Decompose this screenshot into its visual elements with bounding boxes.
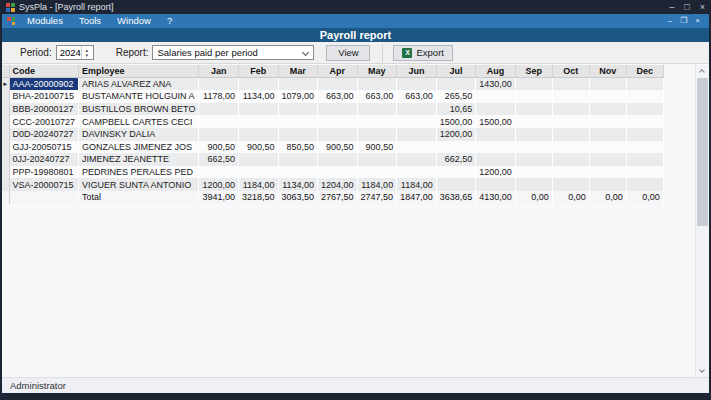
cell-month-value[interactable]: 1500,00 (476, 115, 516, 128)
maximize-icon[interactable]: □ (684, 0, 689, 14)
table-row[interactable]: CCC-20010727CAMPBELL CARTES CECI1500,001… (2, 115, 663, 128)
cell-month-value[interactable]: 663,00 (318, 90, 358, 103)
cell-code[interactable]: D0D-20240727 (9, 128, 79, 141)
cell-month-value[interactable] (357, 128, 397, 141)
row-selector[interactable] (2, 166, 9, 179)
cell-month-value[interactable]: 1204,00 (318, 178, 358, 191)
menu-tools[interactable]: Tools (71, 14, 109, 28)
cell-month-value[interactable] (436, 178, 476, 191)
cell-month-value[interactable] (552, 115, 589, 128)
cell-month-value[interactable] (357, 153, 397, 166)
cell-month-value[interactable] (436, 78, 476, 91)
cell-code[interactable]: 0JJ-20240727 (9, 153, 79, 166)
cell-code[interactable]: PPP-19980801 (9, 166, 79, 179)
column-header-jul[interactable]: Jul (436, 65, 476, 78)
cell-month-value[interactable] (397, 128, 437, 141)
cell-month-value[interactable] (476, 128, 516, 141)
cell-code[interactable]: CCC-20010727 (9, 115, 79, 128)
cell-month-value[interactable] (238, 128, 278, 141)
menu-help[interactable]: ? (159, 14, 180, 28)
cell-month-value[interactable] (278, 128, 318, 141)
child-restore-icon[interactable]: ❐ (680, 14, 687, 28)
cell-month-value[interactable] (476, 178, 516, 191)
cell-month-value[interactable] (515, 128, 552, 141)
row-selector[interactable] (2, 90, 9, 103)
cell-month-value[interactable]: 900,50 (199, 141, 239, 154)
cell-month-value[interactable] (318, 78, 358, 91)
column-header-code[interactable]: Code (9, 65, 79, 78)
cell-month-value[interactable]: 663,00 (357, 90, 397, 103)
cell-month-value[interactable] (199, 166, 239, 179)
cell-month-value[interactable] (552, 103, 589, 116)
export-button[interactable]: X Export (393, 45, 452, 61)
table-row[interactable]: D0D-20240727DAVINSKY DALIA1200,00 (2, 128, 663, 141)
period-stepper[interactable]: ▴▾ (56, 45, 94, 60)
cell-code[interactable]: VSA-20000715 (9, 178, 79, 191)
table-row[interactable]: ▸AAA-20000902ARIAS ALVAREZ ANA1430,00 (2, 78, 663, 91)
cell-month-value[interactable] (626, 103, 663, 116)
cell-month-value[interactable]: 1184,00 (397, 178, 437, 191)
table-row[interactable]: VSA-20000715VIGUER SUNTA ANTONIO1200,001… (2, 178, 663, 191)
cell-month-value[interactable] (552, 166, 589, 179)
cell-month-value[interactable] (436, 141, 476, 154)
cell-month-value[interactable]: 1500,00 (436, 115, 476, 128)
cell-month-value[interactable] (397, 166, 437, 179)
cell-month-value[interactable] (397, 78, 437, 91)
cell-month-value[interactable] (552, 178, 589, 191)
cell-month-value[interactable] (357, 103, 397, 116)
cell-month-value[interactable]: 1184,00 (238, 178, 278, 191)
cell-month-value[interactable] (552, 153, 589, 166)
cell-month-value[interactable] (238, 166, 278, 179)
cell-month-value[interactable]: 1079,00 (278, 90, 318, 103)
cell-month-value[interactable]: 1178,00 (199, 90, 239, 103)
vertical-scrollbar[interactable] (695, 65, 708, 377)
child-window-icon[interactable] (7, 17, 15, 25)
cell-month-value[interactable] (626, 166, 663, 179)
scrollbar-thumb[interactable] (697, 78, 708, 226)
cell-month-value[interactable] (515, 115, 552, 128)
cell-month-value[interactable] (515, 141, 552, 154)
cell-month-value[interactable] (476, 90, 516, 103)
cell-month-value[interactable] (238, 153, 278, 166)
cell-month-value[interactable] (552, 78, 589, 91)
cell-code[interactable]: GJJ-20050715 (9, 141, 79, 154)
cell-month-value[interactable] (626, 90, 663, 103)
table-row[interactable]: BBB-20000127BUSTILLOS BROWN BETO10,65 (2, 103, 663, 116)
cell-month-value[interactable] (515, 153, 552, 166)
table-row[interactable]: 0JJ-20240727JIMENEZ JEANETTE662,50662,50 (2, 153, 663, 166)
cell-month-value[interactable]: 265,50 (436, 90, 476, 103)
cell-month-value[interactable] (278, 78, 318, 91)
report-select[interactable]: Salaries paid per period (152, 45, 314, 60)
cell-month-value[interactable] (318, 103, 358, 116)
cell-month-value[interactable] (515, 78, 552, 91)
row-selector[interactable] (2, 178, 9, 191)
cell-month-value[interactable]: 900,50 (357, 141, 397, 154)
cell-month-value[interactable] (357, 115, 397, 128)
cell-month-value[interactable] (278, 103, 318, 116)
cell-month-value[interactable]: 663,00 (397, 90, 437, 103)
cell-month-value[interactable] (515, 90, 552, 103)
column-header-nov[interactable]: Nov (589, 65, 626, 78)
cell-month-value[interactable]: 900,50 (238, 141, 278, 154)
cell-month-value[interactable] (199, 103, 239, 116)
cell-month-value[interactable] (238, 115, 278, 128)
column-header-jan[interactable]: Jan (199, 65, 239, 78)
cell-month-value[interactable] (357, 166, 397, 179)
minimize-icon[interactable]: – (669, 0, 674, 14)
row-selector[interactable] (2, 153, 9, 166)
cell-month-value[interactable] (589, 90, 626, 103)
cell-month-value[interactable] (626, 78, 663, 91)
column-header-aug[interactable]: Aug (476, 65, 516, 78)
cell-employee[interactable]: VIGUER SUNTA ANTONIO (79, 178, 199, 191)
cell-month-value[interactable] (278, 153, 318, 166)
cell-month-value[interactable] (589, 78, 626, 91)
cell-month-value[interactable] (626, 128, 663, 141)
cell-month-value[interactable] (318, 128, 358, 141)
table-row[interactable]: PPP-19980801PEDRINES PERALES PED1200,00 (2, 166, 663, 179)
cell-month-value[interactable] (589, 141, 626, 154)
cell-month-value[interactable] (357, 78, 397, 91)
column-header-oct[interactable]: Oct (552, 65, 589, 78)
cell-month-value[interactable] (199, 78, 239, 91)
cell-month-value[interactable]: 662,50 (436, 153, 476, 166)
cell-month-value[interactable]: 10,65 (436, 103, 476, 116)
